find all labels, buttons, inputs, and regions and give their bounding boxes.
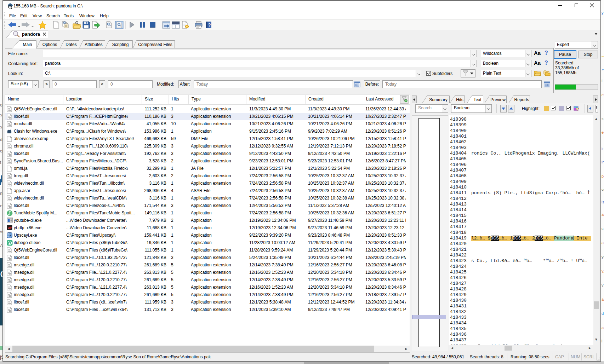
svg-text:?: ? (208, 22, 211, 28)
